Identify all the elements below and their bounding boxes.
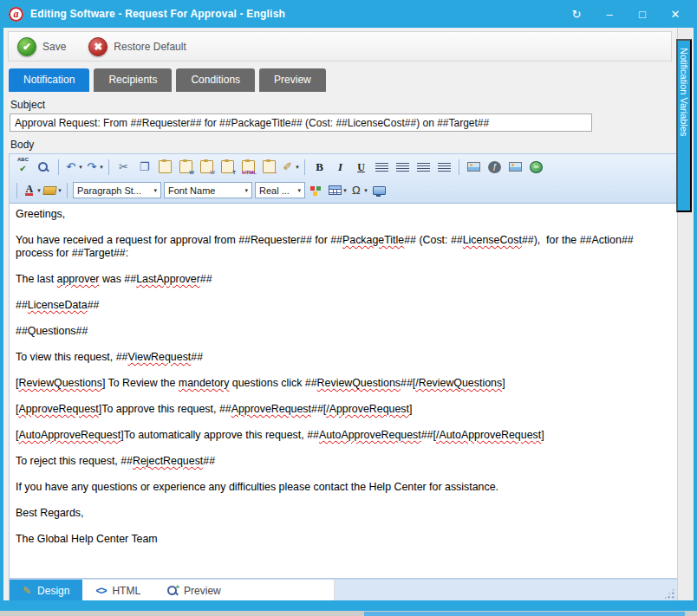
maximize-icon: □ — [639, 8, 646, 21]
copy-icon[interactable]: ❐ — [134, 158, 154, 176]
body-paragraph: To reject this request, ##RejectRequest#… — [16, 455, 671, 468]
special-characters-icon[interactable]: Ω▾ — [348, 181, 368, 199]
body-paragraph: You have received a request for approval… — [16, 234, 671, 260]
format-stripper-icon: ✐ — [281, 159, 294, 174]
close-button[interactable]: ✕ — [662, 3, 688, 24]
tab-recipients[interactable]: Recipients — [94, 68, 172, 92]
find-icon[interactable] — [34, 158, 54, 176]
dropdown-caret-icon[interactable]: ▾ — [153, 187, 157, 194]
paste-as-html-icon[interactable]: HTML — [238, 158, 258, 176]
document-manager-icon — [373, 186, 386, 195]
body-paragraph: ##LicenseData## — [16, 299, 671, 312]
command-toolbar: ✔ Save ✖ Restore Default — [8, 31, 672, 62]
toolbar-separator — [459, 159, 459, 175]
restore-default-button[interactable]: ✖ Restore Default — [88, 37, 186, 56]
window-controls: ↻ – □ ✕ — [563, 3, 688, 24]
dropdown-caret-icon[interactable]: ▾ — [100, 164, 103, 171]
dropdown-caret-icon[interactable]: ▾ — [37, 187, 41, 194]
redo-icon[interactable]: ↷▾ — [84, 158, 104, 176]
editor-body[interactable]: Greetings,You have received a request fo… — [9, 203, 678, 579]
subject-label: Subject — [10, 99, 694, 111]
tab-conditions[interactable]: Conditions — [176, 68, 255, 92]
redo-icon: ↷ — [85, 159, 98, 174]
image-manager-icon[interactable] — [464, 158, 484, 176]
minimize-button[interactable]: – — [596, 3, 622, 24]
editor-toolbar-row-1: ABC✔↶▾↷▾✂❐WWTHTML··✐▾BIUƒ∞ — [11, 155, 675, 178]
align-left-icon[interactable] — [414, 158, 433, 176]
editor-tab-design[interactable]: ✎ Design — [10, 580, 82, 600]
bold-icon[interactable]: B — [309, 158, 329, 176]
toolbar-separator — [67, 183, 68, 198]
align-right-icon — [438, 163, 451, 172]
special-characters-icon: Ω — [349, 183, 362, 198]
paste-icon[interactable] — [155, 158, 175, 176]
dropdown-caret-icon[interactable]: ▾ — [343, 187, 347, 194]
app-logo-icon: a — [9, 7, 23, 22]
paragraph-style-select[interactable]: Paragraph St...▾ — [73, 182, 161, 198]
flash-manager-icon: ƒ — [488, 161, 501, 173]
code-brackets-icon: <> — [95, 585, 106, 597]
flash-manager-icon[interactable]: ƒ — [485, 158, 505, 176]
font-color-icon[interactable]: A▾ — [22, 181, 42, 199]
toolbar-separator — [108, 159, 109, 175]
dropdown-caret-icon[interactable]: ▾ — [58, 187, 62, 194]
background-window-edge — [364, 612, 685, 616]
save-button[interactable]: ✔ Save — [17, 37, 66, 56]
font-size-select[interactable]: Real ...▾ — [255, 182, 305, 198]
background-color-icon[interactable]: ▾ — [42, 181, 62, 199]
insert-table-icon[interactable]: ▾ — [328, 181, 348, 199]
editor-tab-html[interactable]: <> HTML — [82, 580, 153, 600]
hyperlink-manager-icon[interactable]: ∞ — [526, 158, 546, 176]
italic-icon[interactable]: I — [330, 158, 350, 176]
editor-tab-preview[interactable]: + Preview — [153, 580, 234, 600]
underline-icon[interactable]: U — [351, 158, 371, 176]
document-manager-icon[interactable] — [369, 181, 389, 199]
image-editor-icon[interactable] — [505, 158, 525, 176]
rich-text-editor: ABC✔↶▾↷▾✂❐WWTHTML··✐▾BIUƒ∞ A▾▾Paragraph … — [9, 153, 678, 600]
editor-bottom-bar: ✎ Design <> HTML + Preview — [9, 579, 678, 600]
insert-snippet-icon[interactable] — [307, 181, 327, 199]
paste-from-word-icon[interactable]: W — [176, 158, 196, 176]
cut-icon[interactable]: ✂ — [114, 158, 134, 176]
image-manager-icon — [467, 162, 480, 172]
refresh-button[interactable]: ↻ — [563, 3, 590, 24]
maximize-button[interactable]: □ — [629, 3, 655, 24]
body-paragraph: To view this request, ##ViewRequest## — [16, 351, 671, 364]
copy-icon: ❐ — [138, 159, 151, 174]
paste-icon — [159, 160, 172, 173]
dropdown-caret-icon[interactable]: ▾ — [79, 164, 82, 171]
preview-magnifier-icon: + — [166, 585, 178, 596]
align-center-icon[interactable] — [372, 158, 392, 176]
dropdown-caret-icon[interactable]: ▾ — [364, 187, 368, 194]
window-title: Editing Software - Request For Approval … — [30, 8, 285, 20]
toolbar-separator — [58, 159, 59, 175]
close-icon: ✕ — [671, 8, 681, 21]
undo-icon[interactable]: ↶▾ — [63, 158, 83, 176]
align-justify-icon — [396, 163, 409, 172]
font-name-select[interactable]: Font Name▾ — [164, 182, 252, 198]
format-stripper-icon[interactable]: ✐▾ — [280, 158, 300, 176]
screen: a Editing Software - Request For Approva… — [0, 0, 697, 616]
notification-variables-tab[interactable]: Notification Variables — [676, 39, 692, 212]
editor-mode-tabs: ✎ Design <> HTML + Preview — [10, 580, 335, 600]
align-right-icon[interactable] — [434, 158, 454, 176]
subject-input[interactable] — [10, 113, 592, 132]
dropdown-caret-icon[interactable]: ▾ — [297, 187, 301, 194]
insert-table-icon — [329, 185, 342, 195]
body-paragraph: [ReviewQuestions] To Review the mandetor… — [16, 377, 671, 390]
align-justify-icon[interactable] — [393, 158, 413, 176]
paste-plain-text-icon: T — [221, 160, 234, 173]
image-editor-icon — [509, 162, 522, 172]
paste-plain-text-icon[interactable]: T — [218, 158, 238, 176]
tab-preview[interactable]: Preview — [259, 68, 326, 92]
insert-snippet-icon — [310, 185, 323, 196]
dropdown-caret-icon[interactable]: ▾ — [296, 164, 299, 171]
spellcheck-icon[interactable]: ABC✔ — [13, 158, 33, 176]
tab-notification[interactable]: Notification — [9, 68, 89, 92]
resize-grip[interactable] — [663, 587, 675, 600]
paste-special-icon[interactable]: ·· — [259, 158, 279, 176]
italic-icon: I — [334, 159, 347, 174]
dialog-window: a Editing Software - Request For Approva… — [0, 0, 697, 611]
dropdown-caret-icon[interactable]: ▾ — [244, 187, 248, 194]
paste-from-word-clean-icon[interactable]: W — [197, 158, 217, 176]
